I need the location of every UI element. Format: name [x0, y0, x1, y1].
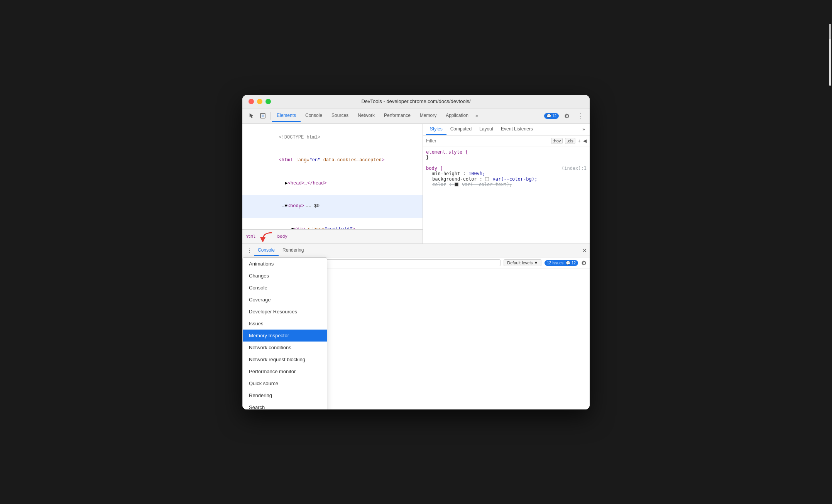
styles-filter-bar: :hov .cls + ◀ [423, 135, 590, 147]
bottom-tab-rendering[interactable]: Rendering [279, 245, 308, 256]
issues-count-badge[interactable]: 12 Issues: 💬 12 [545, 260, 578, 266]
body-prop-color: color : var(--color-text); [426, 182, 587, 187]
main-content: <!DOCTYPE html> <html lang="en" data-coo… [242, 124, 590, 244]
dom-line-doctype: <!DOCTYPE html> [242, 126, 423, 149]
element-style-selector: element.style { [426, 149, 587, 155]
body-prop-min-height: min-height : 100vh; [426, 171, 587, 176]
bottom-panel: ⋮ Console Rendering × Default levels ▼ 1… [242, 244, 590, 409]
more-options-icon[interactable]: ⋮ [575, 110, 587, 122]
settings-icon[interactable]: ⚙ [561, 110, 573, 122]
styles-tab-styles[interactable]: Styles [426, 124, 446, 135]
tab-overflow-button[interactable]: » [473, 110, 480, 122]
styles-tab-layout[interactable]: Layout [475, 124, 497, 135]
tab-performance[interactable]: Performance [379, 110, 415, 122]
issues-count: 12 [552, 114, 556, 118]
tab-separator [270, 112, 271, 120]
breadcrumb-body[interactable]: body [277, 234, 288, 239]
tab-elements[interactable]: Elements [272, 110, 301, 122]
styles-panel: Styles Computed Layout Event Listeners »… [423, 124, 590, 244]
element-style-close: } [426, 155, 587, 160]
styles-tabs: Styles Computed Layout Event Listeners » [423, 124, 590, 135]
styles-tab-computed[interactable]: Computed [446, 124, 475, 135]
dropdown-item-developer-resources[interactable]: Developer Resources [243, 306, 327, 318]
cursor-tool-icon[interactable] [245, 110, 257, 122]
minimize-button[interactable] [257, 99, 262, 104]
bottom-tab-console[interactable]: Console [254, 245, 279, 256]
console-settings-icon[interactable]: ⚙ [581, 259, 587, 267]
bottom-tab-icon[interactable]: ⋮ [245, 245, 254, 256]
maximize-button[interactable] [265, 99, 271, 104]
tab-sources[interactable]: Sources [327, 110, 353, 122]
styles-filter-input[interactable] [426, 138, 549, 144]
arrow-indicator-text [257, 231, 276, 242]
body-selector-line: body { (index):1 [426, 166, 587, 171]
inspect-icon[interactable] [257, 110, 269, 122]
drawer-dropdown-menu: Animations Changes Console Coverage Deve… [242, 257, 327, 409]
tab-memory[interactable]: Memory [415, 110, 441, 122]
dropdown-item-console[interactable]: Console [243, 282, 327, 294]
dom-panel: <!DOCTYPE html> <html lang="en" data-coo… [242, 124, 423, 244]
dropdown-item-quick-source[interactable]: Quick source [243, 377, 327, 389]
styles-tab-overflow[interactable]: » [581, 127, 587, 132]
element-style-block: element.style { } [426, 149, 587, 160]
body-prop-bg-color: background-color : var(--color-bg); [426, 176, 587, 182]
hov-button[interactable]: :hov [551, 138, 563, 144]
dropdown-item-memory-inspector[interactable]: Memory Inspector [243, 330, 327, 342]
tab-console[interactable]: Console [301, 110, 327, 122]
dom-line-scaffold[interactable]: ▼<div class="scaffold"> grid [242, 218, 423, 229]
devtools-container: Elements Console Sources Network Perform… [242, 108, 590, 409]
svg-rect-1 [262, 115, 264, 117]
issues-badge[interactable]: 💬 12 [544, 113, 559, 119]
dropdown-item-network-request-blocking[interactable]: Network request blocking [243, 353, 327, 365]
title-bar: DevTools - developer.chrome.com/docs/dev… [242, 95, 590, 108]
dropdown-item-search[interactable]: Search [243, 401, 327, 409]
breadcrumb-bar: html body [242, 229, 423, 244]
chat-icon: 💬 [546, 114, 551, 118]
top-tabs-right: 💬 12 ⚙ ⋮ [544, 110, 587, 122]
close-bottom-panel-button[interactable]: × [582, 247, 587, 254]
dom-line-head[interactable]: ▶<head>…</head> [242, 172, 423, 195]
dom-line-body[interactable]: …▼<body>== $0 [242, 195, 423, 218]
bg-color-swatch[interactable] [485, 177, 489, 181]
issues-badge-count: 12 [572, 261, 576, 265]
window-title: DevTools - developer.chrome.com/docs/dev… [361, 98, 470, 104]
dropdown-item-performance-monitor[interactable]: Performance monitor [243, 365, 327, 377]
color-swatch[interactable] [455, 183, 458, 186]
bottom-tab-bar: ⋮ Console Rendering × [242, 244, 590, 257]
log-levels-button[interactable]: Default levels ▼ [504, 259, 541, 266]
dropdown-item-coverage[interactable]: Coverage [243, 294, 327, 306]
issues-label: 12 Issues: [547, 261, 565, 265]
dom-line-html[interactable]: <html lang="en" data-cookies-accepted> [242, 149, 423, 172]
close-button[interactable] [249, 99, 254, 104]
add-style-button[interactable]: + [578, 138, 581, 144]
breadcrumb-html[interactable]: html [245, 234, 256, 239]
top-tab-bar: Elements Console Sources Network Perform… [242, 108, 590, 124]
styles-content: element.style { } body { (index):1 [423, 147, 590, 244]
dropdown-item-rendering[interactable]: Rendering [243, 389, 327, 401]
dom-tree: <!DOCTYPE html> <html lang="en" data-coo… [242, 124, 423, 229]
dropdown-item-network-conditions[interactable]: Network conditions [243, 342, 327, 353]
dropdown-item-issues[interactable]: Issues [243, 318, 327, 330]
tab-network[interactable]: Network [353, 110, 379, 122]
styles-tab-event-listeners[interactable]: Event Listeners [497, 124, 537, 135]
tab-application[interactable]: Application [441, 110, 473, 122]
body-style-block: body { (index):1 min-height : 100vh; bac… [426, 166, 587, 187]
cls-button[interactable]: .cls [565, 138, 575, 144]
dropdown-item-changes[interactable]: Changes [243, 270, 327, 282]
chat-icon-small: 💬 [566, 261, 570, 265]
new-style-rule-button[interactable]: ◀ [583, 138, 587, 144]
dropdown-item-animations[interactable]: Animations [243, 258, 327, 270]
traffic-lights [249, 99, 271, 104]
devtools-window: DevTools - developer.chrome.com/docs/dev… [242, 95, 590, 409]
